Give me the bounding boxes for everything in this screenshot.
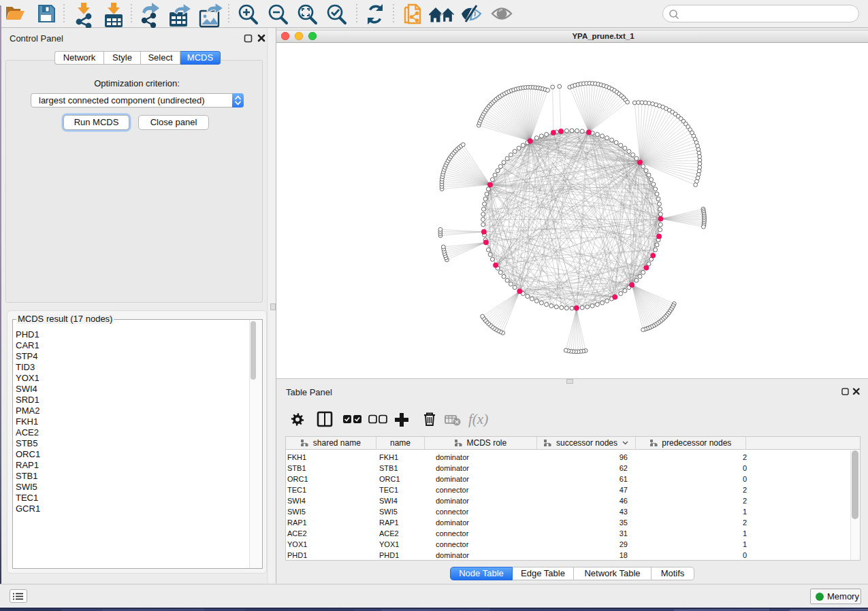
svg-text:f(x): f(x) bbox=[468, 411, 488, 427]
